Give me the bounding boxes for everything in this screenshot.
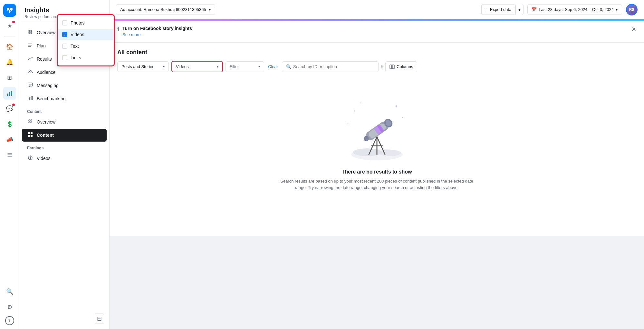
sidebar-item-audience[interactable]: Audience: [22, 66, 107, 79]
settings-nav-icon[interactable]: ⚙: [3, 301, 16, 314]
content-content-icon: [27, 132, 34, 138]
content-content-label: Content: [37, 133, 54, 138]
svg-point-49: [354, 110, 355, 112]
search-input-icon: 🔍: [286, 64, 291, 69]
additional-filter-label: Filter: [230, 64, 239, 69]
svg-rect-33: [391, 65, 393, 69]
svg-point-52: [347, 124, 348, 125]
account-selector-label: Ad account: Ramona Sukhraj 6002311395365: [120, 7, 206, 12]
posts-stories-filter[interactable]: Posts and Stories ▾: [117, 61, 169, 72]
svg-rect-32: [390, 65, 391, 69]
account-selector[interactable]: Ad account: Ramona Sukhraj 6002311395365…: [116, 4, 215, 15]
content-type-filter[interactable]: Videos ▾: [171, 61, 223, 72]
empty-state-title: There are no results to show: [342, 169, 412, 175]
clear-filter-button[interactable]: Clear: [267, 62, 279, 72]
additional-filter[interactable]: Filter ▾: [226, 61, 264, 72]
content-type-label: Videos: [176, 64, 189, 69]
content-section-label: Content: [19, 105, 109, 115]
svg-point-51: [402, 117, 403, 118]
dropdown-item-photos[interactable]: Photos: [110, 19, 114, 29]
banner-content: Turn on Facebook story insights See more: [122, 26, 628, 37]
search-info-icon[interactable]: ℹ: [381, 64, 383, 69]
svg-point-37: [379, 150, 401, 156]
sidebar-panel-icon[interactable]: ⊟: [95, 314, 104, 324]
messaging-icon: [27, 82, 34, 89]
calendar-icon: 📅: [532, 7, 537, 12]
home-nav-icon[interactable]: 🏠: [3, 40, 16, 53]
svg-point-25: [29, 122, 30, 123]
chart-nav-icon[interactable]: [3, 87, 16, 100]
svg-rect-29: [28, 135, 30, 137]
filter-bar: Posts and Stories ▾ Videos ▾ Filter ▾ Cl…: [117, 61, 636, 72]
svg-rect-2: [11, 91, 12, 96]
benchmarking-label: Benchmarking: [37, 96, 66, 101]
meta-logo-icon[interactable]: [3, 4, 16, 17]
banner-see-more-link[interactable]: See more: [122, 32, 140, 37]
all-content-section: All content Posts and Stories ▾ Videos ▾…: [110, 43, 644, 236]
telescope-illustration: [341, 98, 412, 163]
empty-state: There are no results to show Search resu…: [117, 79, 636, 210]
export-label: Export data: [490, 7, 512, 12]
svg-point-6: [31, 32, 32, 34]
svg-point-23: [29, 120, 30, 121]
dollar-nav-icon[interactable]: 💲: [3, 118, 16, 131]
search-nav-icon[interactable]: 🔍: [3, 285, 16, 298]
columns-button[interactable]: Columns: [385, 61, 417, 72]
left-rail: ★ 🏠 🔔 ⊞ 💬 💲 📣 ☰ 🔍 ⚙ ?: [0, 0, 19, 329]
benchmarking-icon: [27, 95, 34, 102]
megaphone-nav-icon[interactable]: 📣: [3, 133, 16, 146]
columns-icon: [389, 64, 395, 69]
messaging-label: Messaging: [37, 83, 59, 88]
export-dropdown-button[interactable]: ▾: [515, 5, 523, 15]
sidebar-item-content-content[interactable]: Content: [22, 129, 107, 142]
plan-icon: [27, 43, 34, 49]
help-nav-icon[interactable]: ?: [5, 316, 14, 325]
earnings-videos-label: Videos: [37, 156, 51, 161]
search-input[interactable]: [293, 64, 374, 69]
svg-point-53: [360, 103, 361, 104]
hamburger-nav-icon[interactable]: ☰: [3, 149, 16, 162]
audience-label: Audience: [37, 70, 55, 75]
date-range-label: Last 28 days: Sep 6, 2024 – Oct 3, 2024: [539, 7, 614, 12]
grid-nav-icon[interactable]: ⊞: [3, 71, 16, 84]
additional-filter-arrow: ▾: [258, 65, 260, 68]
user-avatar[interactable]: RS: [626, 4, 638, 15]
comment-nav-icon[interactable]: 💬: [3, 102, 16, 115]
sidebar-item-messaging[interactable]: Messaging: [22, 79, 107, 92]
svg-rect-16: [28, 83, 33, 86]
overview-label: Overview: [37, 30, 55, 35]
sidebar-item-content-overview[interactable]: Overview: [22, 115, 107, 128]
svg-rect-30: [31, 135, 33, 137]
svg-point-24: [31, 120, 32, 121]
dropdown-item-videos[interactable]: ✓ Videos: [110, 29, 114, 40]
audience-icon: [27, 69, 34, 75]
dropdown-item-links[interactable]: Links: [110, 52, 114, 64]
svg-point-15: [31, 70, 32, 71]
svg-rect-0: [7, 94, 8, 96]
story-insights-banner: ℹ Turn on Facebook story insights See mo…: [110, 21, 644, 43]
content-overview-icon: [27, 119, 34, 125]
top-header: Ad account: Ramona Sukhraj 6002311395365…: [110, 0, 644, 19]
all-content-title: All content: [117, 49, 636, 56]
dropdown-item-text[interactable]: Text: [110, 40, 114, 52]
sidebar-item-benchmarking[interactable]: Benchmarking: [22, 92, 107, 105]
content-type-arrow: ▾: [217, 65, 218, 68]
date-range-selector[interactable]: 📅 Last 28 days: Sep 6, 2024 – Oct 3, 202…: [527, 4, 622, 15]
svg-point-14: [29, 70, 31, 72]
bell-nav-icon[interactable]: 🔔: [3, 56, 16, 69]
svg-point-4: [31, 30, 32, 32]
svg-rect-20: [30, 97, 31, 100]
columns-label: Columns: [397, 64, 413, 69]
content-type-dropdown: Photos ✓ Videos Text Links: [110, 19, 115, 66]
export-data-button[interactable]: ↑ Export data: [482, 4, 515, 15]
svg-point-5: [29, 32, 30, 34]
banner-close-button[interactable]: ✕: [631, 26, 636, 33]
sidebar-title: Insights: [24, 6, 104, 14]
earnings-videos-icon: [27, 155, 34, 162]
banner-title: Turn on Facebook story insights: [122, 26, 628, 31]
plan-label: Plan: [37, 43, 46, 48]
sidebar-item-earnings-videos[interactable]: Videos: [22, 152, 107, 165]
svg-rect-19: [28, 98, 29, 100]
star-badge-icon[interactable]: ★: [3, 19, 16, 32]
content-area: ℹ Turn on Facebook story insights See mo…: [110, 19, 644, 329]
